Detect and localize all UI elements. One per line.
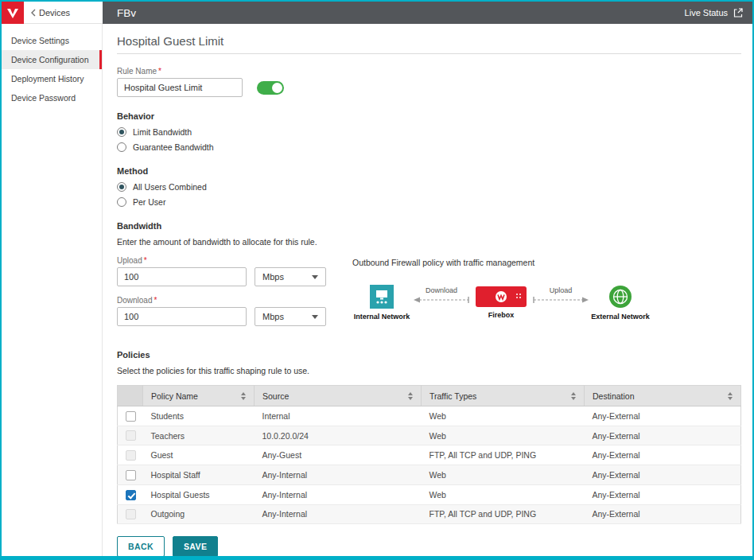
sort-icon[interactable] <box>408 392 413 400</box>
internal-network-icon <box>370 285 394 309</box>
policies-section-title: Policies <box>117 350 741 360</box>
cell-traffic-types: FTP, All TCP and UDP, PING <box>422 445 585 465</box>
cell-source: 10.0.20.0/24 <box>255 426 422 445</box>
row-checkbox <box>126 450 136 461</box>
arrow-left-icon <box>413 295 470 305</box>
cell-policy-name: Guest <box>143 445 255 465</box>
external-network-label: External Network <box>591 313 650 321</box>
download-unit-select[interactable]: Mbps <box>255 307 326 326</box>
cell-policy-name: Hospital Staff <box>143 465 255 485</box>
sidebar-item-device-configuration[interactable]: Device Configuration <box>2 50 102 69</box>
firebox-icon <box>476 286 527 307</box>
radio-all-users-combined[interactable]: All Users Combined <box>117 182 741 192</box>
firebox-node: Firebox <box>472 285 531 319</box>
cell-traffic-types: Web <box>422 426 585 445</box>
upload-value-input[interactable] <box>117 267 247 286</box>
sidebar-item-deployment-history[interactable]: Deployment History <box>2 69 102 88</box>
live-status-button[interactable]: Live Status <box>685 8 743 18</box>
rule-enabled-toggle[interactable] <box>257 81 284 95</box>
chevron-down-icon <box>312 275 318 279</box>
cell-policy-name: Students <box>143 406 255 426</box>
sidebar-item-device-password[interactable]: Device Password <box>2 88 102 107</box>
upload-unit-select[interactable]: Mbps <box>255 267 326 286</box>
radio-button[interactable] <box>117 142 126 152</box>
cell-destination: Any-External <box>585 504 741 524</box>
traffic-diagram: Outbound Firewall policy with traffic ma… <box>352 256 741 336</box>
table-row: Hospital Staff Any-Internal Web Any-Exte… <box>118 465 741 485</box>
arrow-right-icon <box>532 295 589 305</box>
diagram-caption: Outbound Firewall policy with traffic ma… <box>352 258 741 267</box>
back-button[interactable]: BACK <box>117 536 165 556</box>
external-network-node: External Network <box>591 285 650 321</box>
cell-policy-name: Hospital Guests <box>143 484 255 504</box>
cell-source: Any-Internal <box>255 504 422 524</box>
save-button[interactable]: SAVE <box>173 536 218 556</box>
radio-limit-bandwidth[interactable]: Limit Bandwidth <box>117 127 741 137</box>
cell-destination: Any-External <box>585 445 741 465</box>
cell-traffic-types: Web <box>422 465 585 485</box>
radio-button[interactable] <box>117 127 126 137</box>
row-checkbox[interactable] <box>126 470 136 480</box>
page-title: Hospital Guest Limit <box>117 34 741 54</box>
radio-guarantee-bandwidth[interactable]: Guarantee Bandwidth <box>117 142 741 152</box>
radio-button[interactable] <box>117 182 126 192</box>
download-arrow-label: Download <box>426 286 457 294</box>
top-bar: Devices FBv Live Status <box>2 2 752 24</box>
external-network-icon <box>608 285 632 309</box>
table-header-row: Policy Name Source Traffic Types <box>118 386 741 406</box>
cell-source: Any-Internal <box>255 465 422 485</box>
upload-arrow-label: Upload <box>550 286 573 294</box>
download-unit-value: Mbps <box>262 312 284 321</box>
column-header-destination[interactable]: Destination <box>585 386 741 406</box>
live-status-label: Live Status <box>685 8 728 18</box>
internal-network-label: Internal Network <box>354 313 410 321</box>
download-label: Download* <box>117 296 352 305</box>
watchguard-logo-icon <box>2 2 24 24</box>
table-row: Hospital Guests Any-Internal Web Any-Ext… <box>118 484 741 504</box>
radio-per-user[interactable]: Per User <box>117 197 741 207</box>
row-checkbox[interactable] <box>126 411 136 422</box>
table-row: Teachers 10.0.20.0/24 Web Any-External <box>118 426 741 445</box>
cell-source: Internal <box>255 406 422 426</box>
device-header-bar: FBv Live Status <box>103 2 752 24</box>
column-header-traffic-types[interactable]: Traffic Types <box>422 386 585 406</box>
required-mark: * <box>144 256 147 265</box>
radio-button[interactable] <box>117 197 126 207</box>
internal-network-node: Internal Network <box>352 285 411 321</box>
download-value-input[interactable] <box>117 307 247 326</box>
cell-destination: Any-External <box>585 426 741 445</box>
topbar-brand-area: Devices <box>2 2 103 24</box>
checkbox-column-header <box>118 386 143 406</box>
table-row: Outgoing Any-Internal FTP, All TCP and U… <box>118 504 741 524</box>
firebox-label: Firebox <box>488 311 515 319</box>
upload-label: Upload* <box>117 256 352 265</box>
devices-back-link[interactable]: Devices <box>39 8 70 18</box>
policies-description: Select the policies for this traffic sha… <box>117 366 741 375</box>
back-chevron-icon[interactable] <box>30 9 36 17</box>
app-window: Devices FBv Live Status Device Settings … <box>0 0 754 560</box>
main-content: Hospital Guest Limit Rule Name* Behavior… <box>103 24 752 556</box>
rule-name-input[interactable] <box>117 78 243 97</box>
radio-label: All Users Combined <box>133 182 207 192</box>
column-header-policy-name[interactable]: Policy Name <box>143 386 255 406</box>
sort-icon[interactable] <box>241 392 246 400</box>
device-title: FBv <box>117 7 136 19</box>
row-checkbox[interactable] <box>126 490 136 500</box>
table-row: Guest Any-Guest FTP, All TCP and UDP, PI… <box>118 445 741 465</box>
row-checkbox <box>126 509 136 519</box>
behavior-section-title: Behavior <box>117 111 741 121</box>
cell-destination: Any-External <box>585 406 741 426</box>
external-link-icon <box>733 8 743 18</box>
cell-traffic-types: FTP, All TCP and UDP, PING <box>422 504 585 524</box>
bandwidth-description: Enter the amount of bandwidth to allocat… <box>117 237 741 247</box>
cell-destination: Any-External <box>585 484 741 504</box>
required-mark: * <box>154 296 157 305</box>
bandwidth-section-title: Bandwidth <box>117 221 741 231</box>
sort-icon[interactable] <box>571 392 576 400</box>
sidebar: Device Settings Device Configuration Dep… <box>2 24 103 556</box>
rule-name-label: Rule Name* <box>117 67 741 76</box>
sort-icon[interactable] <box>728 392 733 400</box>
cell-policy-name: Teachers <box>143 426 255 445</box>
sidebar-item-device-settings[interactable]: Device Settings <box>2 31 102 50</box>
column-header-source[interactable]: Source <box>255 386 422 406</box>
